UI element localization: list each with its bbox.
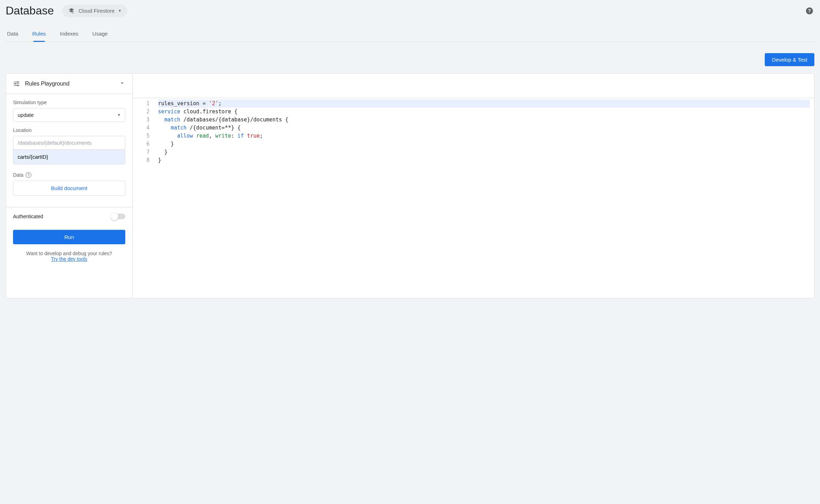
location-label: Location [13, 127, 125, 133]
playground-header[interactable]: Rules Playground [6, 74, 132, 94]
location-field: /databases/(default)/documents [13, 136, 125, 164]
simulation-type-value: update [18, 112, 34, 118]
product-selector-chip[interactable]: Cloud Firestore ▼ [62, 5, 127, 17]
location-prefix: /databases/(default)/documents [13, 136, 125, 149]
tab-usage[interactable]: Usage [92, 27, 108, 42]
tab-data[interactable]: Data [6, 27, 19, 42]
editor-gutter: 12345678 [133, 100, 158, 164]
chevron-down-icon [119, 80, 125, 87]
authenticated-label: Authenticated [13, 214, 43, 219]
data-label: Data ? [13, 172, 125, 178]
help-icon[interactable]: ? [26, 172, 31, 178]
tab-rules[interactable]: Rules [32, 27, 46, 42]
chevron-down-icon: ▼ [118, 9, 122, 13]
help-icon: ? [805, 7, 814, 15]
location-input[interactable] [13, 149, 125, 164]
build-document-button[interactable]: Build document [13, 181, 125, 196]
chevron-down-icon: ▼ [117, 113, 121, 117]
svg-rect-6 [15, 83, 16, 84]
firestore-icon [68, 7, 75, 14]
playground-title: Rules Playground [25, 81, 114, 87]
develop-test-button[interactable]: Develop & Test [765, 53, 814, 66]
svg-text:?: ? [808, 8, 811, 14]
product-chip-label: Cloud Firestore [78, 8, 115, 14]
editor-toolbar [133, 74, 814, 98]
dev-tools-link[interactable]: Try the dev tools [51, 256, 87, 262]
dev-note-text: Want to develop and debug your rules? [13, 251, 125, 256]
svg-rect-7 [17, 85, 18, 86]
simulation-type-label: Simulation type [13, 100, 125, 105]
tabs: Data Rules Indexes Usage [6, 27, 814, 42]
rules-editor: 12345678 rules_version = '2';service clo… [133, 74, 814, 298]
tab-indexes[interactable]: Indexes [59, 27, 79, 42]
authenticated-toggle[interactable] [111, 214, 125, 219]
tune-icon [13, 80, 20, 87]
page-title: Database [6, 3, 54, 19]
rules-playground-sidebar: Rules Playground Simulation type update … [6, 74, 133, 298]
svg-rect-5 [17, 81, 18, 82]
simulation-type-select[interactable]: update ▼ [13, 108, 125, 122]
run-button[interactable]: Run [13, 230, 125, 244]
help-button[interactable]: ? [805, 6, 814, 16]
editor-code[interactable]: rules_version = '2';service cloud.firest… [158, 100, 814, 164]
